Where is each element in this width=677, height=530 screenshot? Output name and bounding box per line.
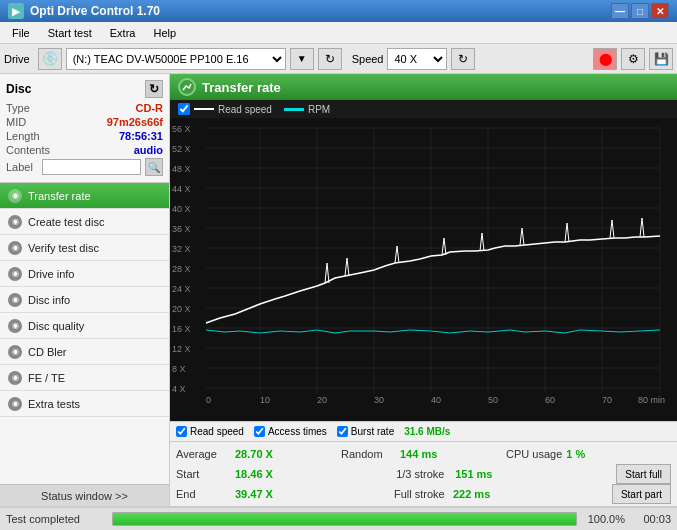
rpm-color <box>284 108 304 111</box>
svg-text:40: 40 <box>431 395 441 405</box>
avg-cell: Average 28.70 X <box>176 448 341 460</box>
svg-text:20 X: 20 X <box>172 304 191 314</box>
drive-select[interactable]: (N:) TEAC DV-W5000E PP100 E.16 <box>66 48 286 70</box>
progress-pct: 100.0% <box>583 513 625 525</box>
chart-legend: Read speed RPM <box>170 100 677 118</box>
svg-text:52 X: 52 X <box>172 144 191 154</box>
type-value: CD-R <box>136 102 164 114</box>
status-window-btn[interactable]: Status window >> <box>0 484 169 506</box>
nav-item-create-test-disc[interactable]: ◉ Create test disc <box>0 209 169 235</box>
progress-bar-container <box>112 512 577 526</box>
drive-arrow-btn[interactable]: ▼ <box>290 48 314 70</box>
metrics-row-2: Start 18.46 X 1/3 stroke 151 ms Start fu… <box>176 464 671 484</box>
svg-text:24 X: 24 X <box>172 284 191 294</box>
chart-stats-row: Read speed Access times Burst rate 31.6 … <box>170 421 677 441</box>
speed-select[interactable]: 40 X <box>387 48 447 70</box>
legend-read-speed: Read speed <box>178 103 272 115</box>
burst-rate-stat: Burst rate <box>337 426 394 437</box>
mid-value: 97m26s66f <box>107 116 163 128</box>
svg-text:20: 20 <box>317 395 327 405</box>
nav-label-transfer-rate: Transfer rate <box>28 190 91 202</box>
svg-text:36 X: 36 X <box>172 224 191 234</box>
drive-label: Drive <box>4 53 30 65</box>
read-speed-checkbox[interactable] <box>178 103 190 115</box>
contents-value: audio <box>134 144 163 156</box>
svg-rect-0 <box>170 118 677 421</box>
nav-item-disc-quality[interactable]: ◉ Disc quality <box>0 313 169 339</box>
type-label: Type <box>6 102 30 114</box>
end-cell: End 39.47 X <box>176 488 394 500</box>
maximize-button[interactable]: □ <box>631 3 649 19</box>
status-text: Test completed <box>6 513 106 525</box>
transfer-rate-icon: ◉ <box>8 189 22 203</box>
disc-label-label: Label <box>6 161 38 173</box>
start-part-button[interactable]: Start part <box>612 484 671 504</box>
svg-text:60: 60 <box>545 395 555 405</box>
random-cell: Random 144 ms <box>341 448 506 460</box>
svg-text:32 X: 32 X <box>172 244 191 254</box>
svg-text:40 X: 40 X <box>172 204 191 214</box>
disc-info-icon: ◉ <box>8 293 22 307</box>
drive-refresh-btn[interactable]: ↻ <box>318 48 342 70</box>
nav-item-fe-te[interactable]: ◉ FE / TE <box>0 365 169 391</box>
svg-text:56 X: 56 X <box>172 124 191 134</box>
svg-text:4 X: 4 X <box>172 384 186 394</box>
speed-label: Speed <box>352 53 384 65</box>
nav-label-verify-test-disc: Verify test disc <box>28 242 99 254</box>
start-full-cell: Start full <box>616 464 671 484</box>
nav-item-verify-test-disc[interactable]: ◉ Verify test disc <box>0 235 169 261</box>
chart-icon <box>178 78 196 96</box>
svg-text:70: 70 <box>602 395 612 405</box>
erase-btn[interactable]: ⬤ <box>593 48 617 70</box>
window-title: Opti Drive Control 1.70 <box>30 4 160 18</box>
burst-rate-value: 31.6 MB/s <box>404 426 450 437</box>
stroke13-cell: 1/3 stroke 151 ms <box>396 468 616 480</box>
settings-btn[interactable]: ⚙ <box>621 48 645 70</box>
svg-text:50: 50 <box>488 395 498 405</box>
access-times-stat: Access times <box>254 426 327 437</box>
nav-label-fe-te: FE / TE <box>28 372 65 384</box>
access-times-stat-check[interactable] <box>254 426 265 437</box>
cd-bler-icon: ◉ <box>8 345 22 359</box>
nav-menu: ◉ Transfer rate ◉ Create test disc ◉ Ver… <box>0 183 169 484</box>
close-button[interactable]: ✕ <box>651 3 669 19</box>
save-btn[interactable]: 💾 <box>649 48 673 70</box>
menu-help[interactable]: Help <box>145 25 184 41</box>
title-bar: ▶ Opti Drive Control 1.70 — □ ✕ <box>0 0 677 22</box>
disc-panel: Disc ↻ Type CD-R MID 97m26s66f Length 78… <box>0 74 169 183</box>
disc-label-edit-btn[interactable]: 🔍 <box>145 158 163 176</box>
menu-file[interactable]: File <box>4 25 38 41</box>
nav-item-transfer-rate[interactable]: ◉ Transfer rate <box>0 183 169 209</box>
status-time: 00:03 <box>631 513 671 525</box>
nav-item-disc-info[interactable]: ◉ Disc info <box>0 287 169 313</box>
nav-item-extra-tests[interactable]: ◉ Extra tests <box>0 391 169 417</box>
length-value: 78:56:31 <box>119 130 163 142</box>
disc-refresh-btn[interactable]: ↻ <box>145 80 163 98</box>
read-speed-stat-check[interactable] <box>176 426 187 437</box>
menu-start-test[interactable]: Start test <box>40 25 100 41</box>
nav-item-drive-info[interactable]: ◉ Drive info <box>0 261 169 287</box>
extra-tests-icon: ◉ <box>8 397 22 411</box>
svg-text:44 X: 44 X <box>172 184 191 194</box>
svg-text:0: 0 <box>206 395 211 405</box>
svg-text:28 X: 28 X <box>172 264 191 274</box>
status-bar: Test completed 100.0% 00:03 <box>0 506 677 530</box>
svg-text:80 min: 80 min <box>638 395 665 405</box>
svg-text:8 X: 8 X <box>172 364 186 374</box>
read-speed-stat: Read speed <box>176 426 244 437</box>
cpu-cell: CPU usage 1 % <box>506 448 671 460</box>
minimize-button[interactable]: — <box>611 3 629 19</box>
start-full-button[interactable]: Start full <box>616 464 671 484</box>
burst-rate-stat-check[interactable] <box>337 426 348 437</box>
metrics-row-1: Average 28.70 X Random 144 ms CPU usage … <box>176 444 671 464</box>
drive-icon-btn: 💿 <box>38 48 62 70</box>
nav-label-disc-quality: Disc quality <box>28 320 84 332</box>
menu-extra[interactable]: Extra <box>102 25 144 41</box>
toolbar: Drive 💿 (N:) TEAC DV-W5000E PP100 E.16 ▼… <box>0 44 677 74</box>
speed-refresh-btn[interactable]: ↻ <box>451 48 475 70</box>
disc-label-input[interactable] <box>42 159 141 175</box>
drive-info-icon: ◉ <box>8 267 22 281</box>
nav-item-cd-bler[interactable]: ◉ CD Bler <box>0 339 169 365</box>
disc-quality-icon: ◉ <box>8 319 22 333</box>
full-stroke-cell: Full stroke 222 ms <box>394 488 612 500</box>
